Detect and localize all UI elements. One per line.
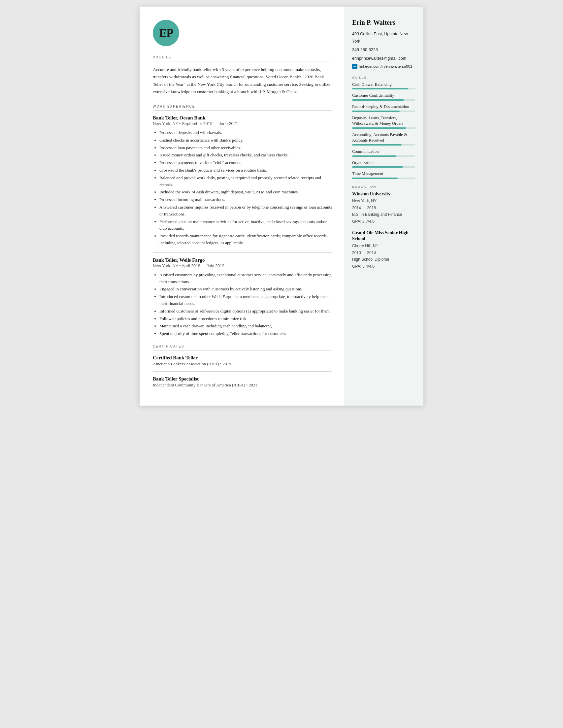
profile-text: Accurate and friendly bank teller with 3… bbox=[153, 66, 332, 95]
edu-details: New York, NY 2014 — 2018 B.S. in Banking… bbox=[352, 198, 415, 225]
cert-2-title: Bank Teller Specialist bbox=[153, 376, 332, 382]
cert-1-title: Certified Bank Teller bbox=[153, 355, 332, 361]
cert-divider-2 bbox=[153, 371, 332, 372]
skill-name: Deposits, Loans, Transfers, Withdrawals,… bbox=[352, 115, 415, 126]
skill-name: Communication bbox=[352, 149, 415, 154]
sidebar-name: Erin P. Walters bbox=[352, 18, 415, 27]
list-item: Followed policies and procedures to mini… bbox=[159, 315, 332, 322]
sidebar-email: erinprincewalters@gmail.com bbox=[352, 55, 415, 62]
list-item: Introduced customers to other Wells Farg… bbox=[159, 293, 332, 307]
list-item: Informed customers of self-service digit… bbox=[159, 308, 332, 315]
list-item: Cross-sold the Bank's products and servi… bbox=[159, 167, 332, 174]
job-1-meta: New York, NY • September 2019 — June 202… bbox=[153, 121, 332, 126]
list-item: Cashed checks in accordance with Bank's … bbox=[159, 137, 332, 144]
skill-bar-fill bbox=[352, 155, 396, 157]
list-item: Maintained a cash drawer, including cash… bbox=[159, 323, 332, 330]
skill-bar-fill bbox=[352, 111, 400, 112]
job-2: Bank Teller, Wells Fargo New York, NY • … bbox=[153, 257, 332, 337]
skill-bar-bg bbox=[352, 166, 415, 168]
skills-list: Cash Drawer Balancing Customer Confident… bbox=[352, 82, 415, 179]
edu-block: Grand Ole Miss Senior High School Cherry… bbox=[352, 230, 415, 270]
sidebar: Erin P. Walters 493 Collins East, Upstat… bbox=[344, 7, 423, 406]
edu-school: Grand Ole Miss Senior High School bbox=[352, 230, 415, 242]
education-section-label: EDUCATION bbox=[352, 185, 415, 188]
skill-bar-bg bbox=[352, 88, 415, 89]
job-2-bullets: Assisted customers by providing exceptio… bbox=[153, 272, 332, 337]
skill-item: Customer Confidentiality bbox=[352, 93, 415, 101]
skill-bar-fill bbox=[352, 144, 402, 146]
sidebar-address: 493 Collins East, Upstate New York bbox=[352, 31, 415, 45]
skill-bar-bg bbox=[352, 155, 415, 157]
job-1-bullets: Processed deposits and withdrawals. Cash… bbox=[153, 129, 332, 247]
skill-bar-fill bbox=[352, 178, 398, 179]
resume-wrapper: EP PROFILE Accurate and friendly bank te… bbox=[140, 7, 423, 406]
skill-name: Accounting, Accounts Payable & Accounts … bbox=[352, 132, 415, 143]
profile-section-label: PROFILE bbox=[153, 55, 332, 59]
education-list: Winston University New York, NY 2014 — 2… bbox=[352, 191, 415, 270]
cert-1: Certified Bank Teller American Bankers A… bbox=[153, 355, 332, 367]
skill-item: Cash Drawer Balancing bbox=[352, 82, 415, 90]
skill-name: Organization bbox=[352, 160, 415, 166]
skill-bar-bg bbox=[352, 99, 415, 101]
skill-name: Cash Drawer Balancing bbox=[352, 82, 415, 87]
list-item: Included the work of cash drawers, night… bbox=[159, 189, 332, 196]
skill-item: Deposits, Loans, Transfers, Withdrawals,… bbox=[352, 115, 415, 129]
job-divider bbox=[153, 252, 332, 253]
skill-item: Accounting, Accounts Payable & Accounts … bbox=[352, 132, 415, 146]
job-1-title: Bank Teller, Ocean Bank bbox=[153, 115, 332, 121]
cert-divider bbox=[153, 350, 332, 350]
list-item: Processed incoming mail transactions. bbox=[159, 196, 332, 203]
list-item: Provided records maintenance for signatu… bbox=[159, 233, 332, 247]
skill-item: Organization bbox=[352, 160, 415, 168]
list-item: Engaged in conversation with customers b… bbox=[159, 286, 332, 293]
sidebar-phone: 349-250-3223 bbox=[352, 47, 415, 54]
list-item: Processed loan payments and other receiv… bbox=[159, 145, 332, 151]
avatar-area: EP bbox=[153, 20, 332, 46]
skill-name: Time Management bbox=[352, 171, 415, 177]
cert-1-meta: American Bankers Association (ABA) • 201… bbox=[153, 361, 332, 367]
job-2-title: Bank Teller, Wells Fargo bbox=[153, 257, 332, 263]
avatar-initials: EP bbox=[159, 26, 173, 40]
skill-item: Record-keeping & Documentation bbox=[352, 104, 415, 112]
skill-bar-fill bbox=[352, 166, 403, 168]
skill-bar-bg bbox=[352, 178, 415, 179]
profile-divider bbox=[153, 61, 332, 61]
cert-2-meta: Independent Community Bankers of America… bbox=[153, 382, 332, 388]
work-divider bbox=[153, 110, 332, 111]
skill-bar-fill bbox=[352, 127, 406, 129]
linkedin-url: linkedin.com/in/erinwaltersp001 bbox=[359, 64, 412, 68]
skill-bar-fill bbox=[352, 99, 404, 101]
job-1: Bank Teller, Ocean Bank New York, NY • S… bbox=[153, 115, 332, 247]
edu-school: Winston University bbox=[352, 191, 415, 197]
skill-bar-bg bbox=[352, 111, 415, 112]
list-item: Answered customer inquires received in p… bbox=[159, 204, 332, 218]
list-item: Assisted customers by providing exceptio… bbox=[159, 272, 332, 285]
skill-name: Record-keeping & Documentation bbox=[352, 104, 415, 110]
list-item: Processed payments to various "club" acc… bbox=[159, 159, 332, 166]
skill-bar-bg bbox=[352, 144, 415, 146]
cert-section-label: CERTIFICATES bbox=[153, 345, 332, 348]
skill-name: Customer Confidentiality bbox=[352, 93, 415, 98]
avatar-circle: EP bbox=[153, 20, 179, 46]
linkedin-icon: in bbox=[352, 64, 357, 69]
job-2-meta: New York, NY • April 2018 — July 2019 bbox=[153, 264, 332, 268]
skills-section-label: SKILLS bbox=[352, 76, 415, 79]
cert-2: Bank Teller Specialist Independent Commu… bbox=[153, 376, 332, 388]
skill-bar-bg bbox=[352, 127, 415, 129]
list-item: Issued money orders and gift checks, tra… bbox=[159, 152, 332, 159]
sidebar-linkedin: in linkedin.com/in/erinwaltersp001 bbox=[352, 64, 415, 69]
list-item: Processed deposits and withdrawals. bbox=[159, 129, 332, 136]
edu-details: Cherry Hill, NJ 2010 — 2014 High School … bbox=[352, 243, 415, 270]
skill-bar-fill bbox=[352, 88, 408, 89]
skill-item: Time Management bbox=[352, 171, 415, 179]
work-section-label: WORK EXPERIENCE bbox=[153, 105, 332, 108]
main-column: EP PROFILE Accurate and friendly bank te… bbox=[140, 7, 344, 406]
list-item: Performed account maintenance activities… bbox=[159, 218, 332, 232]
edu-block: Winston University New York, NY 2014 — 2… bbox=[352, 191, 415, 225]
list-item: Balanced and proved work daily, posting … bbox=[159, 175, 332, 188]
skill-item: Communication bbox=[352, 149, 415, 157]
list-item: Spent majority of time spent completing … bbox=[159, 330, 332, 337]
